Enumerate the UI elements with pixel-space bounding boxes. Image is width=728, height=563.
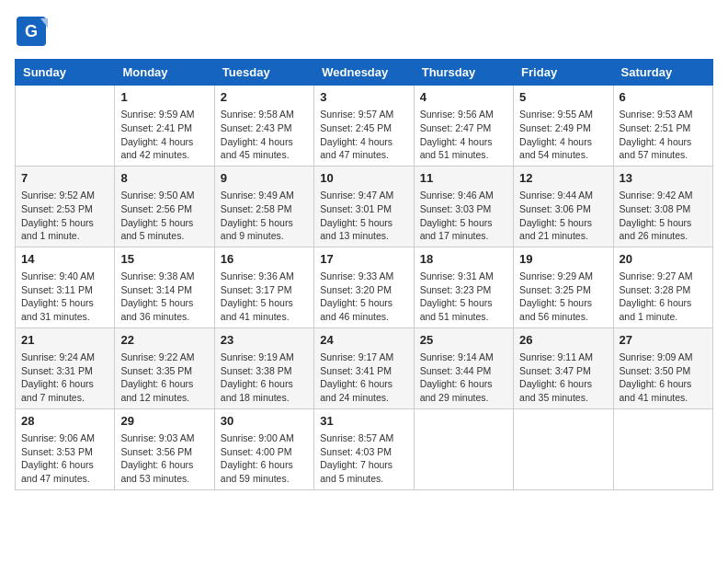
calendar-cell: 25Sunrise: 9:14 AM Sunset: 3:44 PM Dayli… xyxy=(414,327,513,408)
calendar-week-4: 28Sunrise: 9:06 AM Sunset: 3:53 PM Dayli… xyxy=(16,408,713,489)
day-info: Sunrise: 9:00 AM Sunset: 4:00 PM Dayligh… xyxy=(221,431,308,486)
day-number: 24 xyxy=(320,332,407,349)
calendar-cell: 6Sunrise: 9:53 AM Sunset: 2:51 PM Daylig… xyxy=(613,86,712,167)
calendar-cell: 26Sunrise: 9:11 AM Sunset: 3:47 PM Dayli… xyxy=(514,327,613,408)
day-info: Sunrise: 9:58 AM Sunset: 2:43 PM Dayligh… xyxy=(221,108,308,162)
day-number: 7 xyxy=(21,170,108,187)
calendar-cell: 1Sunrise: 9:59 AM Sunset: 2:41 PM Daylig… xyxy=(115,86,214,167)
column-header-sunday: Sunday xyxy=(16,60,115,86)
day-info: Sunrise: 9:46 AM Sunset: 3:03 PM Dayligh… xyxy=(420,189,507,243)
calendar-table: SundayMondayTuesdayWednesdayThursdayFrid… xyxy=(15,59,713,490)
calendar-cell: 15Sunrise: 9:38 AM Sunset: 3:14 PM Dayli… xyxy=(115,247,214,327)
calendar-cell: 8Sunrise: 9:50 AM Sunset: 2:56 PM Daylig… xyxy=(115,166,214,247)
day-number: 4 xyxy=(420,89,507,106)
day-info: Sunrise: 9:24 AM Sunset: 3:31 PM Dayligh… xyxy=(21,350,108,405)
calendar-cell xyxy=(613,408,712,489)
calendar-cell: 21Sunrise: 9:24 AM Sunset: 3:31 PM Dayli… xyxy=(16,327,115,408)
day-number: 2 xyxy=(221,89,308,106)
day-info: Sunrise: 9:19 AM Sunset: 3:38 PM Dayligh… xyxy=(221,350,308,405)
day-info: Sunrise: 9:29 AM Sunset: 3:25 PM Dayligh… xyxy=(519,270,607,324)
calendar-cell: 30Sunrise: 9:00 AM Sunset: 4:00 PM Dayli… xyxy=(214,408,313,489)
day-info: Sunrise: 9:03 AM Sunset: 3:56 PM Dayligh… xyxy=(120,431,208,486)
calendar-header-row: SundayMondayTuesdayWednesdayThursdayFrid… xyxy=(16,60,713,86)
column-header-wednesday: Wednesday xyxy=(314,60,414,86)
column-header-saturday: Saturday xyxy=(613,60,712,86)
logo-icon: G xyxy=(15,15,48,48)
day-info: Sunrise: 9:40 AM Sunset: 3:11 PM Dayligh… xyxy=(21,270,108,324)
calendar-cell: 17Sunrise: 9:33 AM Sunset: 3:20 PM Dayli… xyxy=(314,247,414,327)
day-info: Sunrise: 9:47 AM Sunset: 3:01 PM Dayligh… xyxy=(320,189,407,243)
day-number: 23 xyxy=(221,332,308,349)
calendar-week-2: 14Sunrise: 9:40 AM Sunset: 3:11 PM Dayli… xyxy=(16,247,713,327)
day-number: 26 xyxy=(519,332,607,349)
day-info: Sunrise: 9:27 AM Sunset: 3:28 PM Dayligh… xyxy=(620,270,707,324)
calendar-cell: 27Sunrise: 9:09 AM Sunset: 3:50 PM Dayli… xyxy=(613,327,712,408)
day-info: Sunrise: 9:17 AM Sunset: 3:41 PM Dayligh… xyxy=(320,350,407,405)
day-info: Sunrise: 9:06 AM Sunset: 3:53 PM Dayligh… xyxy=(21,431,108,486)
calendar-cell: 18Sunrise: 9:31 AM Sunset: 3:23 PM Dayli… xyxy=(414,247,513,327)
calendar-cell: 3Sunrise: 9:57 AM Sunset: 2:45 PM Daylig… xyxy=(314,86,414,167)
day-number: 11 xyxy=(420,170,507,187)
day-info: Sunrise: 9:14 AM Sunset: 3:44 PM Dayligh… xyxy=(420,350,507,405)
day-number: 31 xyxy=(320,413,407,430)
calendar-week-3: 21Sunrise: 9:24 AM Sunset: 3:31 PM Dayli… xyxy=(16,327,713,408)
day-number: 13 xyxy=(620,170,707,187)
calendar-cell: 23Sunrise: 9:19 AM Sunset: 3:38 PM Dayli… xyxy=(214,327,313,408)
svg-text:G: G xyxy=(25,22,38,40)
calendar-cell: 19Sunrise: 9:29 AM Sunset: 3:25 PM Dayli… xyxy=(514,247,613,327)
calendar-week-0: 1Sunrise: 9:59 AM Sunset: 2:41 PM Daylig… xyxy=(16,86,713,167)
calendar-cell xyxy=(414,408,513,489)
calendar-cell: 13Sunrise: 9:42 AM Sunset: 3:08 PM Dayli… xyxy=(613,166,712,247)
calendar-week-1: 7Sunrise: 9:52 AM Sunset: 2:53 PM Daylig… xyxy=(16,166,713,247)
day-number: 6 xyxy=(620,89,707,106)
calendar-cell: 29Sunrise: 9:03 AM Sunset: 3:56 PM Dayli… xyxy=(115,408,214,489)
day-number: 15 xyxy=(120,251,208,268)
day-info: Sunrise: 9:36 AM Sunset: 3:17 PM Dayligh… xyxy=(221,270,308,324)
day-number: 10 xyxy=(320,170,407,187)
day-info: Sunrise: 9:55 AM Sunset: 2:49 PM Dayligh… xyxy=(519,108,607,162)
day-info: Sunrise: 9:09 AM Sunset: 3:50 PM Dayligh… xyxy=(620,350,707,405)
day-info: Sunrise: 9:52 AM Sunset: 2:53 PM Dayligh… xyxy=(21,189,108,243)
day-number: 8 xyxy=(120,170,208,187)
day-number: 18 xyxy=(420,251,507,268)
calendar-cell: 11Sunrise: 9:46 AM Sunset: 3:03 PM Dayli… xyxy=(414,166,513,247)
day-number: 29 xyxy=(120,413,208,430)
calendar-cell: 31Sunrise: 8:57 AM Sunset: 4:03 PM Dayli… xyxy=(314,408,414,489)
calendar-cell: 14Sunrise: 9:40 AM Sunset: 3:11 PM Dayli… xyxy=(16,247,115,327)
calendar-cell: 9Sunrise: 9:49 AM Sunset: 2:58 PM Daylig… xyxy=(214,166,313,247)
day-info: Sunrise: 9:56 AM Sunset: 2:47 PM Dayligh… xyxy=(420,108,507,162)
day-number: 1 xyxy=(120,89,208,106)
day-number: 17 xyxy=(320,251,407,268)
day-number: 20 xyxy=(620,251,707,268)
day-info: Sunrise: 9:42 AM Sunset: 3:08 PM Dayligh… xyxy=(620,189,707,243)
calendar-cell: 16Sunrise: 9:36 AM Sunset: 3:17 PM Dayli… xyxy=(214,247,313,327)
day-info: Sunrise: 9:38 AM Sunset: 3:14 PM Dayligh… xyxy=(120,270,208,324)
day-info: Sunrise: 9:22 AM Sunset: 3:35 PM Dayligh… xyxy=(120,350,208,405)
calendar-cell: 10Sunrise: 9:47 AM Sunset: 3:01 PM Dayli… xyxy=(314,166,414,247)
calendar-cell xyxy=(16,86,115,167)
page-header: G xyxy=(15,15,713,48)
day-info: Sunrise: 9:31 AM Sunset: 3:23 PM Dayligh… xyxy=(420,270,507,324)
day-number: 27 xyxy=(620,332,707,349)
column-header-monday: Monday xyxy=(115,60,214,86)
column-header-friday: Friday xyxy=(514,60,613,86)
day-number: 14 xyxy=(21,251,108,268)
day-info: Sunrise: 9:11 AM Sunset: 3:47 PM Dayligh… xyxy=(519,350,607,405)
day-number: 30 xyxy=(221,413,308,430)
calendar-cell: 4Sunrise: 9:56 AM Sunset: 2:47 PM Daylig… xyxy=(414,86,513,167)
day-number: 22 xyxy=(120,332,208,349)
day-number: 3 xyxy=(320,89,407,106)
day-info: Sunrise: 9:59 AM Sunset: 2:41 PM Dayligh… xyxy=(120,108,208,162)
calendar-cell xyxy=(514,408,613,489)
day-number: 12 xyxy=(519,170,607,187)
calendar-cell: 5Sunrise: 9:55 AM Sunset: 2:49 PM Daylig… xyxy=(514,86,613,167)
calendar-cell: 28Sunrise: 9:06 AM Sunset: 3:53 PM Dayli… xyxy=(16,408,115,489)
column-header-tuesday: Tuesday xyxy=(214,60,313,86)
logo: G xyxy=(15,15,51,48)
calendar-cell: 22Sunrise: 9:22 AM Sunset: 3:35 PM Dayli… xyxy=(115,327,214,408)
day-number: 19 xyxy=(519,251,607,268)
calendar-cell: 7Sunrise: 9:52 AM Sunset: 2:53 PM Daylig… xyxy=(16,166,115,247)
day-info: Sunrise: 9:57 AM Sunset: 2:45 PM Dayligh… xyxy=(320,108,407,162)
day-number: 25 xyxy=(420,332,507,349)
day-info: Sunrise: 9:49 AM Sunset: 2:58 PM Dayligh… xyxy=(221,189,308,243)
